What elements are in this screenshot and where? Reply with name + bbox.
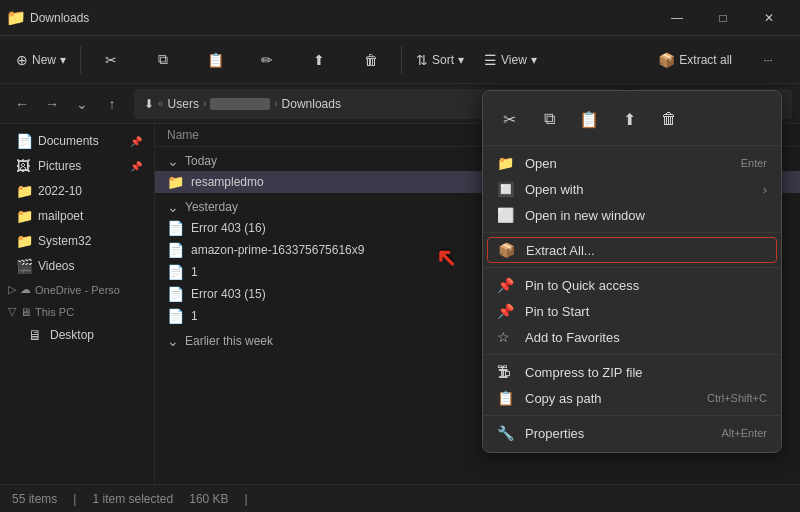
status-selected: 1 item selected — [92, 492, 173, 506]
pin-icon: 📌 — [130, 161, 142, 172]
path-separator-3: › — [274, 98, 277, 109]
sidebar-expand-thispc[interactable]: ▽ 🖥 This PC — [4, 301, 150, 322]
ctx-pin-quick[interactable]: 📌 Pin to Quick access — [483, 272, 781, 298]
more-button[interactable]: ··· — [744, 40, 792, 80]
ctx-pin-start[interactable]: 📌 Pin to Start — [483, 298, 781, 324]
ctx-pin-start-label: Pin to Start — [525, 304, 767, 319]
ctx-pin-quick-icon: 📌 — [497, 277, 515, 293]
ctx-open-icon: 📁 — [497, 155, 515, 171]
sidebar: 📄 Documents 📌 🖼 Pictures 📌 📁 2022-10 📁 m… — [0, 124, 155, 484]
delete-button[interactable]: 🗑 — [347, 40, 395, 80]
ctx-open[interactable]: 📁 Open Enter — [483, 150, 781, 176]
ctx-cut-button[interactable]: ✂ — [491, 101, 527, 137]
expand-icon: ▽ — [8, 305, 16, 318]
ctx-open-with[interactable]: 🔲 Open with › — [483, 176, 781, 202]
sidebar-item-mailpoet[interactable]: 📁 mailpoet — [4, 204, 150, 228]
view-button[interactable]: ☰ View ▾ — [476, 40, 545, 80]
desktop-icon: 🖥 — [28, 327, 44, 343]
file-icon: 📄 — [167, 264, 183, 280]
ctx-copy-path-icon: 📋 — [497, 390, 515, 406]
file-icon: 📄 — [167, 308, 183, 324]
share-button[interactable]: ⬆ — [295, 40, 343, 80]
dropdown-button[interactable]: ⌄ — [68, 90, 96, 118]
ctx-properties-label: Properties — [525, 426, 711, 441]
context-menu: ✂ ⧉ 📋 ⬆ 🗑 📁 Open Enter 🔲 Open with › ⬜ O… — [482, 90, 782, 453]
up-button[interactable]: ↑ — [98, 90, 126, 118]
sidebar-item-label: mailpoet — [38, 209, 83, 223]
close-button[interactable]: ✕ — [746, 0, 792, 36]
path-users: Users — [168, 97, 199, 111]
sidebar-item-label: Pictures — [38, 159, 81, 173]
sidebar-item-label: System32 — [38, 234, 91, 248]
nav-buttons: ← → ⌄ ↑ — [8, 90, 126, 118]
ctx-open-label: Open — [525, 156, 731, 171]
folder-icon: 📁 — [16, 183, 32, 199]
folder-icon: 📁 — [16, 208, 32, 224]
ctx-copy-path[interactable]: 📋 Copy as path Ctrl+Shift+C — [483, 385, 781, 411]
ctx-copy-path-label: Copy as path — [525, 391, 697, 406]
ctx-open-with-arrow: › — [763, 182, 767, 197]
ctx-paste2-button[interactable]: 📋 — [571, 101, 607, 137]
ctx-add-favorites[interactable]: ☆ Add to Favorites — [483, 324, 781, 350]
new-button[interactable]: ⊕ New ▾ — [8, 40, 74, 80]
path-downloads: Downloads — [282, 97, 341, 111]
copy-button[interactable]: ⧉ — [139, 40, 187, 80]
documents-icon: 📄 — [16, 133, 32, 149]
status-bar: 55 items | 1 item selected 160 KB | — [0, 484, 800, 512]
status-separator2: | — [245, 492, 248, 506]
sidebar-item-documents[interactable]: 📄 Documents 📌 — [4, 129, 150, 153]
ctx-separator-2 — [483, 267, 781, 268]
sidebar-item-pictures[interactable]: 🖼 Pictures 📌 — [4, 154, 150, 178]
sort-label: Sort — [432, 53, 454, 67]
sort-icon: ⇅ — [416, 52, 428, 68]
window-title: Downloads — [30, 11, 654, 25]
pictures-icon: 🖼 — [16, 158, 32, 174]
extract-button[interactable]: 📦 Extract all — [650, 40, 740, 80]
more-icon: ··· — [763, 54, 772, 66]
videos-icon: 🎬 — [16, 258, 32, 274]
new-label: New — [32, 53, 56, 67]
ctx-properties-shortcut: Alt+Enter — [721, 427, 767, 439]
sidebar-item-system32[interactable]: 📁 System32 — [4, 229, 150, 253]
forward-button[interactable]: → — [38, 90, 66, 118]
sidebar-expand-onedrive[interactable]: ▷ ☁ OneDrive - Perso — [4, 279, 150, 300]
ctx-open-new-window[interactable]: ⬜ Open in new window — [483, 202, 781, 228]
ctx-delete-button[interactable]: 🗑 — [651, 101, 687, 137]
paste-alt-icon: 📋 — [207, 52, 224, 68]
folder-icon: 📁 — [16, 233, 32, 249]
path-separator-2: › — [203, 98, 206, 109]
ctx-extract-all-icon: 📦 — [498, 242, 516, 258]
extract-label: Extract all — [679, 53, 732, 67]
file-icon: 📄 — [167, 242, 183, 258]
paste-alt-button[interactable]: 📋 — [191, 40, 239, 80]
ctx-copy-button[interactable]: ⧉ — [531, 101, 567, 137]
ctx-open-shortcut: Enter — [741, 157, 767, 169]
cut-button[interactable]: ✂ — [87, 40, 135, 80]
ctx-share-button[interactable]: ⬆ — [611, 101, 647, 137]
sidebar-item-videos[interactable]: 🎬 Videos — [4, 254, 150, 278]
onedrive-icon: ☁ — [20, 283, 31, 296]
sidebar-item-2022-10[interactable]: 📁 2022-10 — [4, 179, 150, 203]
rename-button[interactable]: ✏ — [243, 40, 291, 80]
ctx-separator-3 — [483, 354, 781, 355]
share-icon: ⬆ — [313, 52, 325, 68]
toolbar-right: 📦 Extract all ··· — [650, 40, 792, 80]
sidebar-item-label: Desktop — [50, 328, 94, 342]
back-button[interactable]: ← — [8, 90, 36, 118]
title-bar: 📁 Downloads — □ ✕ — [0, 0, 800, 36]
ctx-extract-all[interactable]: 📦 Extract All... — [487, 237, 777, 263]
ctx-properties[interactable]: 🔧 Properties Alt+Enter — [483, 420, 781, 446]
minimize-button[interactable]: — — [654, 0, 700, 36]
address-download-icon: ⬇ — [144, 97, 154, 111]
ctx-compress[interactable]: 🗜 Compress to ZIP file — [483, 359, 781, 385]
sort-button[interactable]: ⇅ Sort ▾ — [408, 40, 472, 80]
group-earlier-week-label: Earlier this week — [185, 334, 273, 348]
maximize-button[interactable]: □ — [700, 0, 746, 36]
rename-icon: ✏ — [261, 52, 273, 68]
ctx-open-new-window-label: Open in new window — [525, 208, 767, 223]
status-size: 160 KB — [189, 492, 228, 506]
status-separator: | — [73, 492, 76, 506]
ctx-add-favorites-label: Add to Favorites — [525, 330, 767, 345]
app-icon: 📁 — [8, 10, 24, 26]
sidebar-item-desktop[interactable]: 🖥 Desktop — [4, 323, 150, 347]
